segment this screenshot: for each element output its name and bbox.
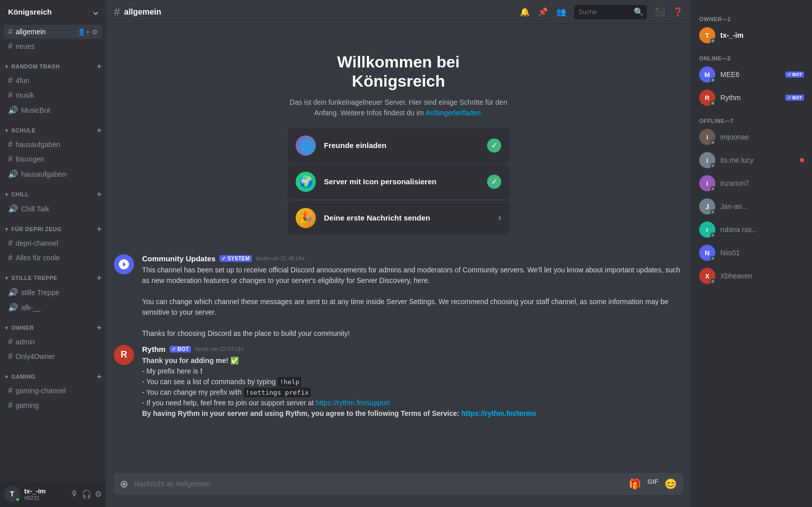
- hash-icon: #: [8, 91, 13, 100]
- bot-badge: ✓ BOT: [785, 71, 804, 78]
- member-item-mee6[interactable]: M MEE6 ✓ BOT: [695, 63, 808, 86]
- member-item-rythm[interactable]: R Rythm ✓ BOT: [695, 87, 808, 109]
- deafen-icon[interactable]: 🎧: [82, 489, 92, 499]
- mute-icon[interactable]: 🎙: [71, 489, 79, 499]
- avatar: J: [699, 198, 715, 214]
- server-chevron-icon: ⌵: [93, 8, 98, 17]
- category-label: SCHULE: [11, 127, 35, 133]
- member-item-jan-an[interactable]: J Jan-an...: [695, 195, 808, 218]
- category-gaming[interactable]: ▼ GAMING +: [0, 364, 106, 383]
- category-owner[interactable]: ▼ OWNER +: [0, 315, 106, 334]
- members-icon[interactable]: 👥: [556, 7, 566, 17]
- channel-invite-icon[interactable]: 👤+: [78, 28, 90, 36]
- channel-item-musik[interactable]: # musik: [4, 88, 102, 102]
- category-depri[interactable]: ▼ FÜR DEPRI ZEUG +: [0, 216, 106, 236]
- pin-icon[interactable]: 📌: [538, 7, 548, 17]
- support-link[interactable]: https://rythm.fm/support: [316, 399, 390, 407]
- attach-icon[interactable]: ⊕: [120, 478, 128, 490]
- message-text: Thank you for adding me! ✅ - My prefix h…: [142, 355, 683, 419]
- message-input[interactable]: [134, 480, 623, 488]
- status-dot: [710, 279, 715, 284]
- channel-item-hausaufgaben[interactable]: # hausaufgaben: [4, 137, 102, 152]
- message-group: Community Updates ✓ SYSTEM heute um 21:4…: [106, 252, 691, 341]
- channel-item-gaming-channel[interactable]: # gaming-channel: [4, 384, 102, 398]
- message-username: Community Updates: [142, 254, 216, 263]
- bot-badge: ✓ BOT: [785, 95, 804, 101]
- avatar: i: [699, 129, 715, 145]
- setup-card-invite[interactable]: 🌐 Freunde einladen ✓: [288, 128, 509, 163]
- member-item-robina[interactable]: r robina ras...: [695, 219, 808, 241]
- channel-name: hausaufgaben-: [21, 170, 68, 178]
- member-item-niis01[interactable]: N Niis01: [695, 242, 808, 264]
- message-content: Community Updates ✓ SYSTEM heute um 21:4…: [142, 254, 683, 339]
- channel-settings-icon[interactable]: ⚙: [92, 28, 98, 36]
- server-name: Königsreich: [8, 8, 52, 16]
- channel-item-alles[interactable]: # Alles für coole: [4, 251, 102, 265]
- channel-item-stille-treppe[interactable]: 🔊 stille Treppe: [4, 285, 102, 300]
- channel-item-hausaufgaben2[interactable]: 🔊 hausaufgaben-: [4, 167, 102, 181]
- add-channel-icon[interactable]: +: [97, 273, 102, 282]
- channel-item-allgemein[interactable]: # allgemein 👤+ ⚙: [4, 25, 102, 39]
- members-sidebar: OWNER—1 T tx-_-im ONLINE—2 M MEE6 ✓ BOT …: [691, 0, 812, 507]
- hash-icon: #: [8, 337, 13, 346]
- member-name: Niis01: [720, 249, 804, 257]
- channel-item-chill-talk[interactable]: 🔊 Chill Talk: [4, 201, 102, 216]
- category-label: CHILL: [11, 191, 29, 197]
- add-channel-icon[interactable]: +: [97, 323, 102, 332]
- user-info: tx-_-im #8231: [24, 487, 71, 501]
- member-item-its-me-lucy[interactable]: i its.me.lucy: [695, 149, 808, 171]
- server-header[interactable]: Königsreich ⌵: [0, 0, 106, 24]
- category-chill[interactable]: ▼ CHILL +: [0, 182, 106, 201]
- inbox-icon[interactable]: ⬛: [655, 7, 665, 17]
- channel-item-afk[interactable]: 🔊 afk-__: [4, 300, 102, 315]
- search-icon: 🔍: [634, 7, 644, 17]
- chevron-icon: ▼: [4, 374, 9, 380]
- member-item-xbheaven[interactable]: X Xbheaven: [695, 265, 808, 287]
- setup-card-message[interactable]: 🎉 Deine erste Nachricht senden ›: [288, 201, 509, 235]
- member-name: Jan-an...: [720, 202, 804, 210]
- hash-icon: #: [8, 42, 13, 51]
- setup-cards: 🌐 Freunde einladen ✓ 🌍 Server mit Icon p…: [288, 128, 509, 235]
- hash-icon: #: [8, 386, 13, 395]
- member-item-imjoonae[interactable]: i imjoonae: [695, 126, 808, 148]
- gift-icon[interactable]: 🎁: [629, 478, 641, 490]
- member-item-tx-im[interactable]: T tx-_-im: [695, 24, 808, 46]
- notification-bell-icon[interactable]: 🔔: [520, 7, 530, 17]
- channel-item-admin[interactable]: # admin: [4, 335, 102, 349]
- emoji-icon[interactable]: 😊: [664, 478, 677, 490]
- channel-item-4fun[interactable]: # 4fun: [4, 74, 102, 88]
- channel-item-musicbot[interactable]: 🔊 MusicBot: [4, 103, 102, 117]
- welcome-subtitle: Das ist dein funkelnagelneuer Server. Hi…: [288, 97, 509, 118]
- category-random-trash[interactable]: ▼ RANDOM TRASH +: [0, 54, 106, 73]
- member-name: tx-_-im: [720, 31, 804, 39]
- setup-card-icon[interactable]: 🌍 Server mit Icon personalisieren ✓: [288, 165, 509, 199]
- settings-icon[interactable]: ⚙: [95, 489, 102, 499]
- channel-item-only4owner[interactable]: # Only4Owner: [4, 349, 102, 364]
- channel-name: gaming-channel: [16, 387, 66, 395]
- message-header: Rythm ✓ BOT heute um 22:02 Uhr: [142, 345, 683, 353]
- gif-icon[interactable]: GIF: [647, 478, 658, 490]
- chevron-right-icon: ›: [498, 212, 501, 223]
- help-icon[interactable]: ❓: [673, 7, 683, 17]
- member-item-inzarion[interactable]: i inzarion7: [695, 172, 808, 194]
- channel-item-losungen[interactable]: # lösungen: [4, 152, 102, 166]
- message-header: Community Updates ✓ SYSTEM heute um 21:4…: [142, 254, 683, 263]
- messages-area[interactable]: Willkommen bei Königsreich Das ist dein …: [106, 24, 691, 473]
- channel-item-depri[interactable]: # depri-channel: [4, 236, 102, 250]
- add-channel-icon[interactable]: +: [97, 62, 102, 71]
- terms-link[interactable]: https://rythm.fm/terms: [461, 409, 536, 417]
- add-channel-icon[interactable]: +: [97, 372, 102, 381]
- add-channel-icon[interactable]: +: [97, 190, 102, 199]
- add-channel-icon[interactable]: +: [97, 225, 102, 234]
- chevron-icon: ▼: [4, 275, 9, 281]
- add-channel-icon[interactable]: +: [97, 126, 102, 135]
- avatar-letter: T: [10, 490, 15, 498]
- channel-item-neues[interactable]: # neues: [4, 39, 102, 53]
- category-schule[interactable]: ▼ SCHULE +: [0, 118, 106, 137]
- category-stille[interactable]: ▼ STILLE TREPPE +: [0, 265, 106, 284]
- search-input[interactable]: [578, 8, 634, 16]
- channel-item-gaming[interactable]: # gaming: [4, 398, 102, 412]
- card-check-icon: ✓: [487, 175, 501, 189]
- message-content: Rythm ✓ BOT heute um 22:02 Uhr Thank you…: [142, 345, 683, 419]
- beginner-guide-link[interactable]: Anfängerleitfaden.: [426, 109, 483, 117]
